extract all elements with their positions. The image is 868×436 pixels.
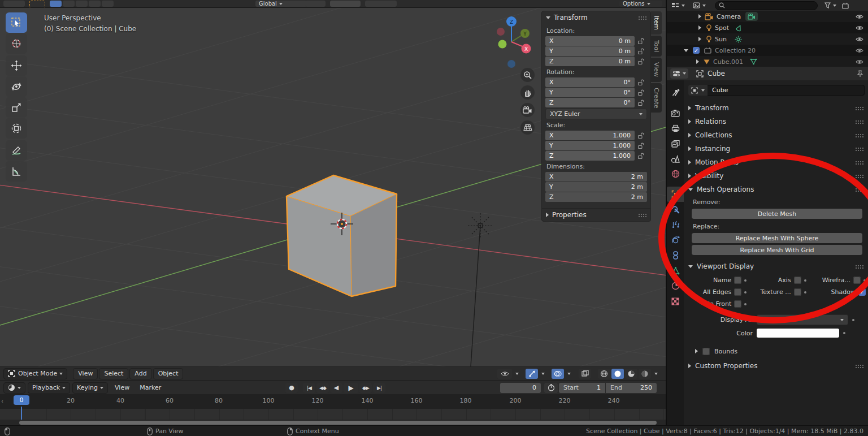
expand-icon[interactable] (698, 37, 701, 41)
location-z-field[interactable]: Z0 m (545, 57, 635, 66)
rotation-x-field[interactable]: X0° (545, 77, 635, 87)
hide-eye-icon[interactable] (856, 48, 863, 53)
outliner-row-spot[interactable]: Spot (667, 22, 868, 33)
panel-grip[interactable] (855, 161, 863, 165)
panel-grip[interactable] (638, 16, 646, 20)
cursor-tool-button[interactable] (6, 33, 27, 54)
panel-grip[interactable] (855, 364, 863, 368)
panel-mesh-operations[interactable]: Mesh Operations (684, 183, 868, 196)
panel-grip[interactable] (855, 133, 863, 137)
tab-render[interactable] (667, 105, 684, 120)
jump-to-start-button[interactable]: |◀ (303, 383, 315, 393)
tab-physics[interactable] (667, 232, 684, 248)
panel-grip[interactable] (855, 106, 863, 110)
record-button[interactable]: ● (285, 383, 298, 393)
panel-instancing[interactable]: Instancing (684, 142, 868, 156)
shading-solid-button[interactable] (611, 369, 624, 379)
chevron-down-icon[interactable] (541, 373, 545, 375)
show-wireframe-checkbox[interactable]: Wirefra... (806, 277, 866, 284)
hide-eye-icon[interactable] (856, 25, 863, 31)
tab-texture[interactable] (667, 293, 684, 309)
animate-dot[interactable] (843, 332, 845, 334)
scale-y-field[interactable]: Y1.000 (545, 141, 635, 150)
delete-mesh-button[interactable]: Delete Mesh (692, 209, 862, 219)
tab-modifiers[interactable] (667, 202, 684, 217)
lock-icon[interactable] (635, 100, 647, 106)
show-texture-space-checkbox[interactable]: Texture ... (747, 288, 806, 296)
measure-tool-button[interactable] (6, 161, 27, 182)
keying-menu[interactable]: Keying (72, 382, 108, 394)
play-reverse-button[interactable]: ◀ (330, 383, 342, 393)
tab-tool[interactable] (667, 85, 684, 100)
show-all-edges-checkbox[interactable]: All Edges (687, 288, 747, 296)
timeline-marker-menu[interactable]: Marker (135, 383, 166, 393)
tab-output[interactable] (667, 120, 684, 136)
play-button[interactable]: ▶ (344, 383, 358, 393)
next-keyframe-button[interactable]: ◆▶ (359, 383, 372, 393)
transform-orientation-dropdown[interactable]: Global (255, 1, 307, 7)
panel-visibility[interactable]: Visibility (684, 169, 868, 183)
location-x-field[interactable]: X0 m (545, 36, 635, 46)
show-name-checkbox[interactable]: Name (687, 277, 747, 284)
lock-icon[interactable] (635, 153, 647, 159)
id-type-dropdown[interactable] (688, 85, 708, 96)
select-mode-extend-button[interactable] (63, 1, 75, 7)
current-frame-field[interactable]: 0 (500, 383, 541, 393)
tab-world[interactable] (667, 166, 684, 182)
panel-viewport-display[interactable]: Viewport Display (684, 260, 868, 273)
chevron-down-icon[interactable] (654, 373, 658, 375)
menu-view[interactable]: View (73, 368, 98, 379)
lock-icon[interactable] (635, 48, 647, 55)
expand-icon[interactable] (698, 14, 701, 19)
subpanel-bounds[interactable]: Bounds (684, 344, 868, 358)
chevron-down-icon[interactable] (515, 373, 519, 375)
transform-panel-header[interactable]: Transform (542, 11, 650, 24)
scale-x-field[interactable]: X1.000 (545, 131, 635, 140)
animate-dot[interactable] (852, 319, 854, 321)
outliner-search-input[interactable] (715, 1, 818, 10)
panel-grip[interactable] (855, 188, 863, 192)
shading-wireframe-button[interactable] (598, 369, 610, 379)
tab-tool[interactable]: Tool (651, 36, 662, 57)
mode-dropdown[interactable]: Object Mode (3, 368, 67, 379)
shading-rendered-button[interactable] (639, 369, 651, 379)
collection-checkbox[interactable]: ✓ (693, 47, 700, 54)
jump-to-end-button[interactable]: ▶| (373, 383, 385, 393)
timeline-editor-type-button[interactable] (3, 382, 25, 394)
playback-menu[interactable]: Playback (28, 382, 70, 394)
hide-eye-icon[interactable] (856, 37, 863, 42)
outliner-row-sun[interactable]: Sun (667, 33, 868, 45)
lock-icon[interactable] (635, 143, 647, 149)
tab-constraints[interactable] (667, 248, 684, 263)
start-frame-field[interactable]: Start1 (559, 383, 605, 393)
pan-hand-button[interactable] (520, 85, 535, 100)
animate-dot[interactable] (863, 279, 866, 282)
dimensions-x-field[interactable]: X2 m (545, 172, 647, 182)
properties-editor-type-button[interactable] (670, 68, 688, 79)
tab-particles[interactable] (667, 217, 684, 232)
lock-icon[interactable] (635, 79, 647, 86)
active-tool-button[interactable] (29, 1, 45, 8)
show-in-front-checkbox[interactable]: In Front (687, 300, 747, 308)
replace-mesh-with-grid-button[interactable]: Replace Mesh With Grid (692, 245, 862, 255)
replace-mesh-with-sphere-button[interactable]: Replace Mesh With Sphere (692, 233, 862, 243)
expand-icon[interactable] (696, 59, 699, 64)
tab-create[interactable]: Create (651, 83, 662, 113)
zoom-button[interactable] (520, 68, 535, 82)
select-box-tool-button[interactable] (6, 12, 27, 33)
mesh-data-icon[interactable] (750, 58, 757, 65)
annotate-tool-button[interactable] (6, 140, 27, 161)
collapse-icon[interactable] (684, 49, 688, 52)
object-name-field[interactable]: Cube (708, 85, 865, 96)
scrollbar-thumb[interactable] (19, 421, 657, 425)
outliner-display-mode-dropdown[interactable] (671, 2, 685, 8)
panel-grip[interactable] (855, 174, 863, 178)
playhead[interactable]: 0 (14, 395, 29, 405)
use-preview-range-button[interactable] (544, 383, 558, 393)
chevron-down-icon[interactable] (567, 373, 571, 375)
panel-grip[interactable] (638, 213, 646, 217)
panel-collections[interactable]: Collections (684, 128, 868, 142)
panel-grip[interactable] (855, 147, 863, 151)
select-mode-new-button[interactable] (50, 1, 62, 7)
tab-view[interactable]: View (651, 58, 662, 81)
